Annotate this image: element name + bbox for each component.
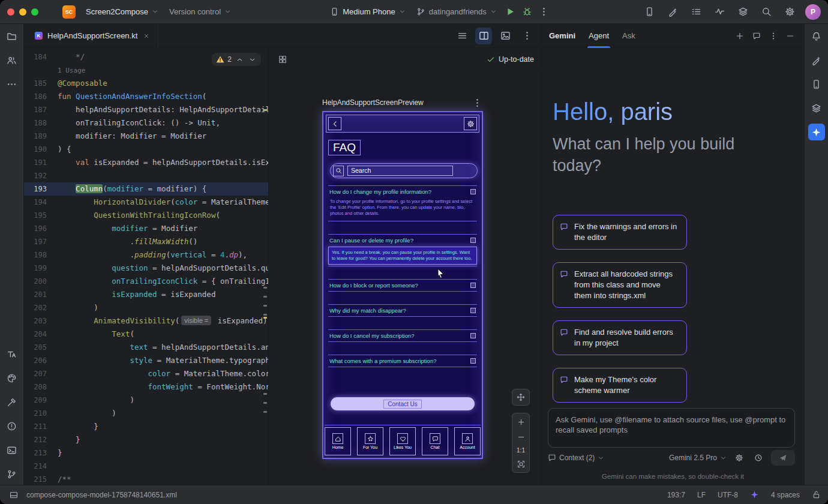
- new-chat-button[interactable]: [733, 29, 746, 43]
- suggestion-card[interactable]: Find and resolve build errors in my proj…: [553, 320, 687, 355]
- profiler-icon[interactable]: [711, 4, 728, 20]
- running-devices-icon[interactable]: [808, 100, 825, 116]
- warning-stripe-mark[interactable]: [263, 109, 267, 111]
- faq-expand-icon[interactable]: [470, 308, 476, 313]
- preview-menu-icon[interactable]: [471, 97, 483, 109]
- code-line[interactable]: 207 color = MaterialTheme.colorScheme.on…: [24, 367, 268, 380]
- code-line[interactable]: 201 isExpanded = isExpanded: [24, 288, 268, 301]
- warning-stripe-mark[interactable]: [263, 317, 267, 319]
- phone-preview[interactable]: FAQ Search How do I change my profile in…: [322, 111, 483, 459]
- search-everywhere-icon[interactable]: [758, 4, 775, 20]
- code-line[interactable]: 196 modifier = Modifier: [24, 222, 268, 235]
- faq-expand-icon[interactable]: [470, 283, 476, 288]
- stripe-mark[interactable]: [263, 305, 267, 307]
- stripe-mark[interactable]: [263, 402, 267, 404]
- close-window-button[interactable]: [7, 8, 14, 16]
- tab-agent[interactable]: Agent: [589, 24, 609, 48]
- faq-item[interactable]: Can I pause or delete my profile?Yes. If…: [328, 234, 477, 266]
- faq-item[interactable]: Why did my match disappear?: [328, 304, 477, 317]
- branch-selector[interactable]: datingandfriends: [411, 5, 502, 19]
- code-line[interactable]: 215/**: [24, 473, 268, 485]
- faq-expand-icon[interactable]: [470, 358, 476, 364]
- resource-explorer-icon[interactable]: [734, 4, 751, 20]
- faq-expand-icon[interactable]: [470, 333, 476, 338]
- code-line[interactable]: 191 val isExpanded = helpAndSupportDetai…: [24, 156, 268, 169]
- commit-icon[interactable]: [4, 52, 20, 68]
- context-selector[interactable]: Context (2): [548, 454, 604, 462]
- zoom-level-label[interactable]: 1:1: [517, 447, 525, 454]
- stripe-mark[interactable]: [263, 393, 267, 395]
- code-line[interactable]: 189 modifier: Modifier = Modifier: [24, 130, 268, 143]
- code-line[interactable]: 200 onTrailingIconClick = { onTrailingIc…: [24, 275, 268, 288]
- contact-us-button[interactable]: Contact Us: [331, 397, 475, 410]
- gemini-settings-icon[interactable]: [733, 451, 746, 464]
- code-line[interactable]: 185@Composable: [24, 77, 268, 90]
- preview-canvas[interactable]: HelpAndSupportScreenPreview FAQ: [269, 71, 541, 485]
- more-tool-windows-icon[interactable]: [4, 76, 20, 92]
- zoom-to-fit-button[interactable]: [516, 459, 526, 469]
- code-line[interactable]: 202 ): [24, 301, 268, 314]
- model-selector[interactable]: Gemini 2.5 Pro: [669, 454, 727, 462]
- stripe-mark[interactable]: [263, 296, 267, 298]
- project-menu[interactable]: Screen2Compose: [80, 5, 164, 19]
- faq-item[interactable]: How do I change my profile information?T…: [328, 185, 477, 221]
- caret-position[interactable]: 193:7: [667, 491, 685, 499]
- indent-setting[interactable]: 4 spaces: [771, 491, 800, 499]
- zoom-out-button[interactable]: [516, 432, 526, 442]
- code-line[interactable]: 199 question = helpAndSupportDetails.que…: [24, 262, 268, 275]
- code-line[interactable]: 193 Column(modifier = modifier) {: [24, 182, 268, 196]
- suggestion-card[interactable]: Make my Theme's color scheme warmer: [553, 368, 687, 403]
- device-mirroring-icon[interactable]: [641, 4, 658, 20]
- terminal-icon[interactable]: [4, 442, 20, 458]
- gemini-icon[interactable]: [808, 124, 825, 140]
- notifications-icon[interactable]: [808, 28, 825, 44]
- lock-icon[interactable]: [812, 490, 821, 499]
- close-tab-icon[interactable]: [142, 32, 151, 40]
- version-control-icon[interactable]: [4, 466, 20, 482]
- code-line[interactable]: 206 style = MaterialTheme.typography.bod…: [24, 354, 268, 367]
- faq-expand-icon[interactable]: [470, 189, 476, 194]
- scrollbar-error-stripe[interactable]: [263, 48, 268, 485]
- code-line[interactable]: 188 onTrailingIconClick: () -> Unit,: [24, 116, 268, 130]
- code-editor[interactable]: 184 */1 Usage185@Composable186fun Questi…: [24, 48, 269, 485]
- stripe-mark[interactable]: [263, 287, 267, 289]
- code-line[interactable]: 204 Text(: [24, 328, 268, 341]
- design-view-icon[interactable]: [497, 28, 514, 44]
- code-line[interactable]: 210 ): [24, 407, 268, 420]
- tab-ask[interactable]: Ask: [622, 24, 635, 48]
- todo-icon[interactable]: [688, 4, 704, 20]
- stripe-mark[interactable]: [263, 314, 267, 316]
- hide-panel-button[interactable]: [784, 29, 797, 43]
- nav-item-home[interactable]: Home: [325, 427, 351, 455]
- translations-editor-icon[interactable]: [4, 346, 20, 362]
- suggestion-card[interactable]: Fix the warnings and errors in the edito…: [553, 215, 687, 250]
- gemini-status-icon[interactable]: [750, 490, 759, 499]
- line-ending[interactable]: LF: [697, 491, 706, 499]
- faq-item[interactable]: What comes with a premium subscription?: [328, 355, 477, 367]
- history-icon[interactable]: [752, 451, 765, 464]
- code-line[interactable]: 187 helpAndSupportDetails: HelpAndSuppor…: [24, 103, 268, 116]
- nav-item-for-you[interactable]: For You: [357, 427, 383, 455]
- faq-expand-icon[interactable]: [470, 238, 476, 243]
- status-file[interactable]: compose-compose-model-1758748140651.xml: [26, 491, 177, 499]
- pan-button[interactable]: [512, 389, 530, 406]
- device-selector[interactable]: Medium Phone: [325, 5, 410, 19]
- search-bar[interactable]: Search: [330, 163, 478, 178]
- code-line[interactable]: 209 ): [24, 394, 268, 407]
- suggestion-card[interactable]: Extract all hardcoded strings from this …: [553, 262, 687, 308]
- code-line[interactable]: 208 fontWeight = FontWeight.Normal: [24, 380, 268, 394]
- code-line[interactable]: 197 .fillMaxWidth(): [24, 235, 268, 248]
- nav-item-account[interactable]: Account: [454, 427, 481, 455]
- code-line[interactable]: 198 .padding(vertical = 4.dp),: [24, 248, 268, 262]
- file-encoding[interactable]: UTF-8: [718, 491, 738, 499]
- faq-item[interactable]: How do I cancel my subscription?: [328, 329, 477, 342]
- next-problem-button[interactable]: [247, 55, 257, 64]
- zoom-in-button[interactable]: [516, 417, 526, 427]
- nav-item-chat[interactable]: Chat: [422, 427, 448, 455]
- back-button[interactable]: [328, 117, 341, 130]
- settings-button[interactable]: [464, 117, 477, 130]
- editor-menu-icon[interactable]: [518, 28, 535, 44]
- ai-assistant-icon[interactable]: [808, 52, 825, 68]
- problems-icon[interactable]: [4, 418, 20, 434]
- code-line[interactable]: 214: [24, 460, 268, 473]
